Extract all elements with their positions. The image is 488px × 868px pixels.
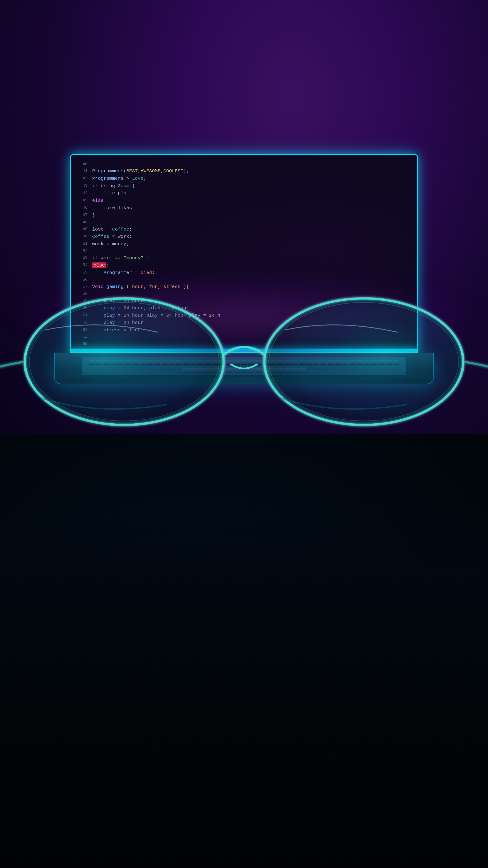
code-line-48: 48 [75, 219, 413, 225]
code-line-46: 46 more likes [75, 204, 413, 212]
right-temple [463, 362, 488, 375]
code-line-47: 47 } [75, 212, 413, 219]
bridge [224, 347, 264, 355]
right-lens [264, 298, 463, 425]
code-line-41: 41 Programmers(BEST,AWESOME,COOLEST); [75, 167, 413, 175]
left-temple [0, 362, 25, 375]
code-line-43: 43 if using Zoom { [75, 182, 413, 190]
code-line-54: 54 else: [75, 262, 413, 269]
bottom-shadow [0, 506, 488, 868]
code-line-45: 45 else: [75, 197, 413, 205]
code-line-52: 52 [75, 248, 413, 254]
code-line-53: 53 if work == "money" : [75, 254, 413, 262]
left-lens [25, 298, 224, 425]
bridge-lower [230, 364, 258, 368]
code-line-42: 42 Programmers > Love; [75, 175, 413, 182]
code-line-51: 51 work = money; [75, 241, 413, 248]
glasses-svg [0, 289, 488, 447]
code-line-49: 49 love = Coffee; [75, 226, 413, 233]
glasses-wrapper [0, 289, 488, 449]
code-line-40: 40 [75, 161, 413, 167]
code-line-50: 50 Coffee = work; [75, 233, 413, 241]
code-line-44: 44 like pls [75, 190, 413, 197]
